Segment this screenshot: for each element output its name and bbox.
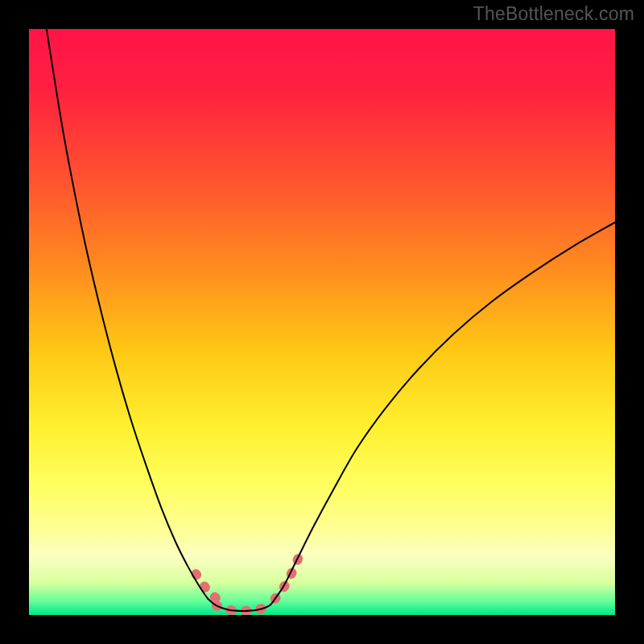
plot-area (29, 29, 615, 615)
gradient-background (29, 29, 615, 615)
attribution-label: TheBottleneck.com (473, 3, 634, 25)
chart-container: TheBottleneck.com (0, 0, 644, 644)
chart-svg (29, 29, 615, 615)
